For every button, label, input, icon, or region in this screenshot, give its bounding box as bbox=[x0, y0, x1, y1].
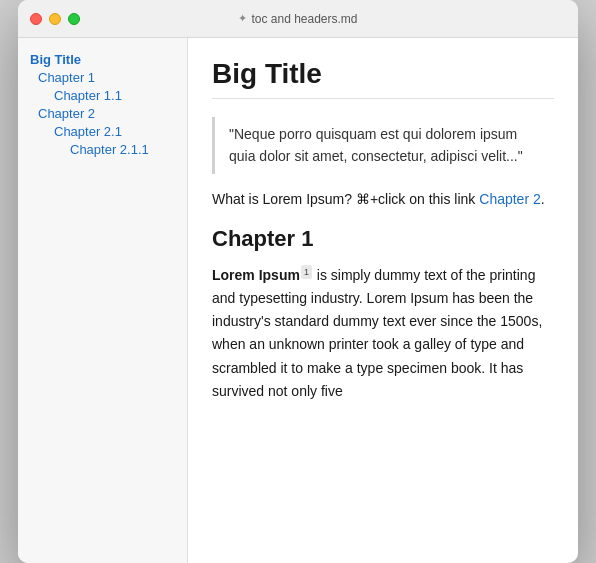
titlebar: ✦ toc and headers.md bbox=[18, 0, 578, 38]
lorem-intro: What is Lorem Ipsum? ⌘+click on this lin… bbox=[212, 188, 554, 210]
toc-item-chapter2[interactable]: Chapter 2 bbox=[18, 104, 187, 122]
traffic-lights bbox=[30, 13, 80, 25]
blockquote: "Neque porro quisquam est qui dolorem ip… bbox=[212, 117, 554, 174]
chapter1-paragraph: Lorem Ipsum1 is simply dummy text of the… bbox=[212, 264, 554, 403]
cmd-symbol: ⌘ bbox=[356, 191, 370, 207]
chapter2-link[interactable]: Chapter 2 bbox=[479, 191, 540, 207]
title-icon: ✦ bbox=[238, 12, 247, 25]
toc-item-chapter1[interactable]: Chapter 1 bbox=[18, 68, 187, 86]
main-content: Big Title "Neque porro quisquam est qui … bbox=[188, 38, 578, 563]
blockquote-text: "Neque porro quisquam est qui dolorem ip… bbox=[229, 126, 523, 164]
window-title: ✦ toc and headers.md bbox=[238, 12, 357, 26]
toc-item-big-title[interactable]: Big Title bbox=[18, 50, 187, 68]
close-button[interactable] bbox=[30, 13, 42, 25]
lorem-ipsum-bold: Lorem Ipsum bbox=[212, 267, 300, 283]
minimize-button[interactable] bbox=[49, 13, 61, 25]
toc-item-chapter2-1[interactable]: Chapter 2.1 bbox=[18, 122, 187, 140]
title-text: toc and headers.md bbox=[251, 12, 357, 26]
app-window: ✦ toc and headers.md Big Title Chapter 1… bbox=[18, 0, 578, 563]
sidebar: Big Title Chapter 1 Chapter 1.1 Chapter … bbox=[18, 38, 188, 563]
lorem-prefix: What is Lorem Ipsum? bbox=[212, 191, 356, 207]
paragraph-rest: is simply dummy text of the printing and… bbox=[212, 267, 542, 398]
lorem-suffix: . bbox=[541, 191, 545, 207]
maximize-button[interactable] bbox=[68, 13, 80, 25]
doc-title: Big Title bbox=[212, 58, 554, 99]
toc-item-chapter2-1-1[interactable]: Chapter 2.1.1 bbox=[18, 140, 187, 158]
content-area: Big Title Chapter 1 Chapter 1.1 Chapter … bbox=[18, 38, 578, 563]
lorem-mid: +click on this link bbox=[370, 191, 479, 207]
footnote-ref: 1 bbox=[301, 265, 312, 280]
chapter1-title: Chapter 1 bbox=[212, 226, 554, 252]
toc-item-chapter1-1[interactable]: Chapter 1.1 bbox=[18, 86, 187, 104]
